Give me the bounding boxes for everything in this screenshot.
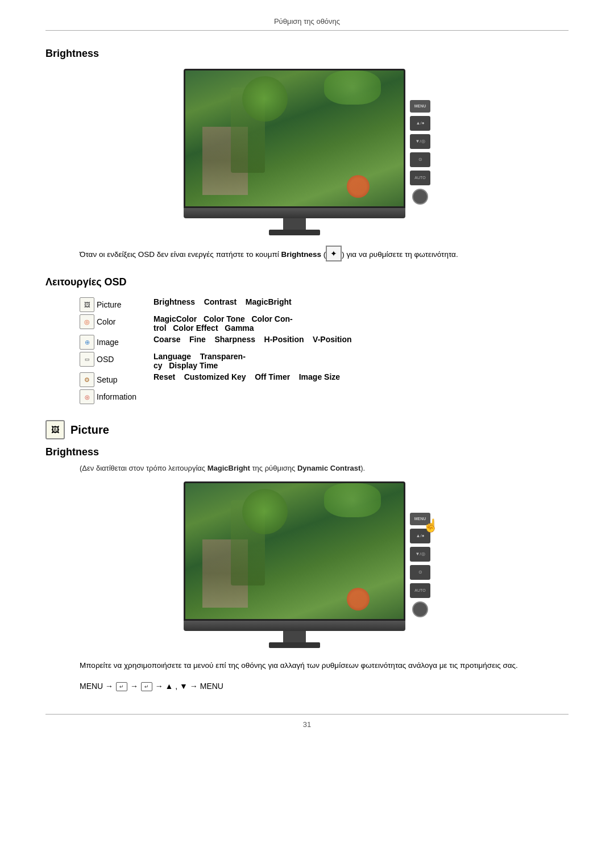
osd-label-information: ◎ Information <box>80 389 154 404</box>
osd-row-image: ⊕ Image Coarse Fine Sharpness H-Position… <box>80 335 569 350</box>
osd-items: Language Transparen-cy Display Time <box>154 352 246 370</box>
osd-item-1: Language <box>154 352 191 361</box>
menu-nav-text1: MENU → <box>80 682 115 691</box>
color-icon: ◎ <box>80 314 94 329</box>
osd-label-color: ◎ Color <box>80 314 154 329</box>
osd-table: 🖼 Picture Brightness Contrast MagicBrigh… <box>80 297 569 404</box>
menu-nav-arrow2: → ▲ , ▼ → MENU <box>155 682 223 691</box>
monitor-image-1: MENU ▲/● ▼/◎ ⊙ AUTO <box>45 69 569 235</box>
page-footer: 31 <box>45 714 569 729</box>
page: Ρύθμιση της οθόνης Brightness MENU ▲/● ▼… <box>0 0 614 868</box>
nav-icon-enter2: ↵ <box>141 682 152 691</box>
image-item-5: V-Position <box>313 335 351 344</box>
monitor-foot-1 <box>269 230 320 235</box>
menu-nav: MENU → ↵ → ↵ → ▲ , ▼ → MENU <box>80 682 569 691</box>
ok-button-1: ⊙ <box>410 152 430 167</box>
osd-name: OSD <box>97 355 114 364</box>
power-button-1 <box>412 189 428 205</box>
osd-label-setup: ⚙ Setup <box>80 372 154 387</box>
color-name: Color <box>97 317 115 326</box>
osd-label-osd: ▭ OSD <box>80 352 154 367</box>
monitor-screen-1 <box>184 69 405 208</box>
page-number: 31 <box>303 720 311 729</box>
hand-cursor-icon: ☝ <box>423 518 438 533</box>
header-title: Ρύθμιση της οθόνης <box>274 17 340 26</box>
desc-text1: Όταν οι ενδείξεις OSD δεν είναι ενεργές … <box>80 250 281 259</box>
image-item-1: Coarse <box>154 335 180 344</box>
bottom-description: Μπορείτε να χρησιμοποιήσετε τα μενού επί… <box>80 659 569 672</box>
monitor-foot-2 <box>269 642 320 648</box>
image-icon: ⊕ <box>80 335 94 350</box>
auto-button-2: AUTO <box>410 583 430 598</box>
image-item-3: Sharpness <box>214 335 255 344</box>
osd-item-3: Display Time <box>169 361 218 370</box>
setup-item-4: Image Size <box>299 372 340 381</box>
picture-item-1: Brightness <box>154 297 195 306</box>
color-items: MagicColor Color Tone Color Con-trol Col… <box>154 314 293 333</box>
setup-item-2: Customized Key <box>184 372 246 381</box>
monitor-screen-2 <box>184 481 405 621</box>
setup-item-1: Reset <box>154 372 175 381</box>
desc-text2: ( <box>321 250 326 259</box>
picture-items: Brightness Contrast MagicBright <box>154 297 292 306</box>
nav-icon-enter1: ↵ <box>116 682 127 691</box>
picture-name: Picture <box>97 300 122 309</box>
setup-item-3: Off Timer <box>255 372 290 381</box>
brightness2-title: Brightness <box>45 446 569 458</box>
down-button-2: ▼/◎ <box>410 547 430 562</box>
osd-row-osd: ▭ OSD Language Transparen-cy Display Tim… <box>80 352 569 370</box>
monitor-image-2: MENU ▲/● ☝ ▼/◎ ⊙ AUTO <box>45 481 569 648</box>
note-prefix: (Δεν διατίθεται στον τρόπο λειτουργίας <box>80 464 208 472</box>
picture-item-2: Contrast <box>204 297 237 306</box>
information-icon: ◎ <box>80 389 94 404</box>
information-name: Information <box>97 392 136 401</box>
monitor-stand-2 <box>283 631 306 642</box>
osd-row-information: ◎ Information <box>80 389 569 404</box>
picture-section-icon: 🖼 <box>45 420 65 439</box>
monitor-base-1 <box>184 208 405 218</box>
image-name: Image <box>97 338 119 347</box>
page-header: Ρύθμιση της οθόνης <box>45 17 569 31</box>
note-bold1: MagicBright <box>208 464 250 472</box>
desc-text3: ) για να ρυθμίσετε τη φωτεινότητα. <box>342 250 458 259</box>
description-text: Όταν οι ενδείξεις OSD δεν είναι ενεργές … <box>80 247 569 263</box>
osd-label-image: ⊕ Image <box>80 335 154 350</box>
picture-section-title: Picture <box>70 423 109 437</box>
osd-row-picture: 🖼 Picture Brightness Contrast MagicBrigh… <box>80 297 569 312</box>
up-btn-wrapper: ▲/● ☝ <box>410 529 430 543</box>
color-item-5: Gamma <box>225 323 254 333</box>
setup-items: Reset Customized Key Off Timer Image Siz… <box>154 372 340 381</box>
auto-button-1: AUTO <box>410 171 430 185</box>
osd-row-color: ◎ Color MagicColor Color Tone Color Con-… <box>80 314 569 333</box>
monitor-wrapper-1: MENU ▲/● ▼/◎ ⊙ AUTO <box>184 69 430 235</box>
note-end: ). <box>360 464 365 472</box>
osd-label-picture: 🖼 Picture <box>80 297 154 312</box>
section1-title: Brightness <box>45 48 569 60</box>
bottom-text-content: Μπορείτε να χρησιμοποιήσετε τα μενού επί… <box>80 661 518 670</box>
setup-name: Setup <box>97 375 118 384</box>
monitor-controls-1: MENU ▲/● ▼/◎ ⊙ AUTO <box>410 100 430 205</box>
picture-item-3: MagicBright <box>246 297 292 306</box>
note-mid: της ρύθμισης <box>250 464 297 472</box>
picture-icon: 🖼 <box>80 297 94 312</box>
desc-bold1: Brightness <box>281 250 322 259</box>
note-bold2: Dynamic Contrast <box>297 464 360 472</box>
brightness-icon: ✦ <box>326 246 342 261</box>
image-items: Coarse Fine Sharpness H-Position V-Posit… <box>154 335 352 344</box>
power-button-2 <box>412 601 428 617</box>
note-text: (Δεν διατίθεται στον τρόπο λειτουργίας M… <box>80 464 569 472</box>
down-button-1: ▼/◎ <box>410 134 430 149</box>
color-item-1: MagicColor <box>154 314 197 323</box>
menu-button-1: MENU <box>410 100 430 113</box>
picture-section-header: 🖼 Picture <box>45 420 569 439</box>
osd-icon: ▭ <box>80 352 94 367</box>
ok-button-2: ⊙ <box>410 565 430 580</box>
up-button-1: ▲/● <box>410 116 430 131</box>
osd-section-title: Λειτουργίες OSD <box>45 276 569 288</box>
monitor-stand-1 <box>283 218 306 230</box>
color-item-2: Color Tone <box>204 314 245 323</box>
color-item-4: Color Effect <box>173 323 218 333</box>
monitor-base-2 <box>184 621 405 631</box>
image-item-2: Fine <box>189 335 206 344</box>
setup-icon: ⚙ <box>80 372 94 387</box>
